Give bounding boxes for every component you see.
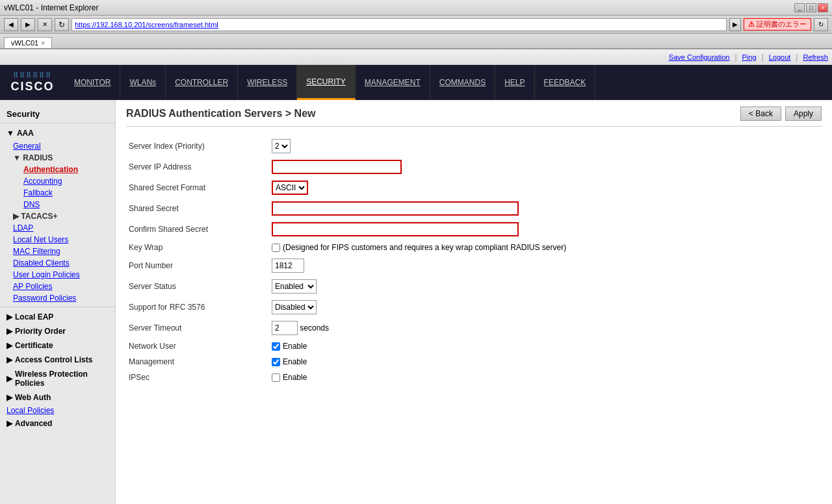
rfc3576-label: Support for RFC 3576	[126, 297, 269, 318]
cisco-header: ⠿⠿⠿⠿⠿⠿ CISCO MONITOR WLANs CONTROLLER WI…	[0, 65, 832, 100]
main-layout: Security ▼ AAA General ▼ RADIUS Authenti…	[0, 100, 832, 504]
go-btn[interactable]: ▶	[729, 18, 741, 31]
network-user-checkbox[interactable]	[272, 342, 280, 351]
rfc3576-row: Support for RFC 3576 Disabled Enabled	[126, 297, 569, 318]
back-nav-btn[interactable]: ◀	[4, 18, 18, 31]
save-config-link[interactable]: Save Configuration	[669, 53, 730, 61]
nav-monitor[interactable]: MONITOR	[65, 65, 120, 100]
sidebar-certificate-label: Certificate	[15, 341, 53, 350]
toolbar-bar: Save Configuration | Ping | Logout | Ref…	[0, 49, 832, 65]
server-status-label: Server Status	[126, 276, 269, 297]
browser-controls: _ □ ×	[794, 3, 828, 12]
nav-wireless[interactable]: WIRELESS	[238, 65, 297, 100]
sidebar-item-general[interactable]: General	[0, 140, 115, 152]
sidebar-divider	[0, 123, 115, 123]
header-buttons: < Back Apply	[740, 107, 822, 121]
priority-order-arrow-icon: ▶	[6, 327, 12, 336]
nav-commands[interactable]: COMMANDS	[430, 65, 495, 100]
sidebar-local-eap-expand[interactable]: ▶ Local EAP	[0, 310, 115, 324]
sidebar-aaa-expand[interactable]: ▼ AAA	[0, 126, 115, 140]
address-box[interactable]: https://192.168.10.201/screens/frameset.…	[72, 18, 727, 31]
sidebar-item-authentication[interactable]: Authentication	[0, 164, 115, 175]
server-timeout-unit: seconds	[300, 323, 329, 333]
rfc3576-field: Disabled Enabled	[269, 297, 569, 318]
wpp-arrow-icon: ▶	[6, 374, 12, 383]
stop-btn[interactable]: ✕	[38, 18, 52, 31]
server-status-select[interactable]: Enabled Disabled	[272, 279, 317, 294]
management-checkbox-label: Enable	[272, 357, 566, 366]
server-status-row: Server Status Enabled Disabled	[126, 276, 569, 297]
rfc3576-select[interactable]: Disabled Enabled	[272, 300, 317, 314]
nav-security[interactable]: SECURITY	[297, 65, 356, 100]
server-index-row: Server Index (Priority) 2 1 3	[126, 136, 569, 157]
apply-button[interactable]: Apply	[785, 107, 822, 121]
sidebar-priority-order-expand[interactable]: ▶ Priority Order	[0, 324, 115, 338]
sidebar-tacacs-group[interactable]: ▶ TACACS+	[0, 210, 115, 222]
sidebar-item-fallback[interactable]: Fallback	[0, 187, 115, 199]
server-timeout-input[interactable]	[272, 321, 298, 335]
server-timeout-field: seconds	[269, 318, 569, 338]
cert-error-badge: ⚠ 証明書のエラー	[744, 18, 811, 31]
server-ip-label: Server IP Address	[126, 157, 269, 177]
sidebar-item-mac-filtering[interactable]: MAC Filtering	[0, 246, 115, 257]
nav-controller[interactable]: CONTROLLER	[166, 65, 238, 100]
sidebar-acl-expand[interactable]: ▶ Access Control Lists	[0, 353, 115, 367]
network-user-checkbox-label: Enable	[272, 342, 566, 351]
sidebar-item-local-net-users[interactable]: Local Net Users	[0, 234, 115, 246]
close-btn[interactable]: ×	[818, 3, 828, 12]
refresh-btn2[interactable]: ↻	[814, 18, 828, 31]
ipsec-checkbox[interactable]	[272, 373, 280, 382]
sidebar-priority-order-label: Priority Order	[15, 327, 66, 336]
sidebar-advanced-expand[interactable]: ▶ Advanced	[0, 416, 115, 431]
sidebar-item-disabled-clients[interactable]: Disabled Clients	[0, 257, 115, 269]
port-number-input[interactable]	[272, 258, 304, 273]
server-ip-input[interactable]	[272, 160, 402, 174]
shared-secret-format-select[interactable]: ASCII Hex	[272, 181, 308, 195]
sidebar-item-local-policies[interactable]: Local Policies	[0, 405, 115, 416]
port-number-label: Port Number	[126, 255, 269, 276]
nav-help[interactable]: HELP	[495, 65, 534, 100]
sidebar-certificate-expand[interactable]: ▶ Certificate	[0, 338, 115, 353]
sidebar-web-auth-expand[interactable]: ▶ Web Auth	[0, 390, 115, 405]
back-button[interactable]: < Back	[740, 107, 781, 121]
minimize-btn[interactable]: _	[794, 3, 805, 12]
logout-link[interactable]: Logout	[769, 53, 791, 61]
confirm-shared-secret-input[interactable]	[272, 222, 519, 236]
forward-nav-btn[interactable]: ▶	[21, 18, 35, 31]
logo-text: CISCO	[10, 80, 54, 94]
browser-addressbar: ◀ ▶ ✕ ↻ https://192.168.10.201/screens/f…	[0, 16, 832, 34]
browser-titlebar: vWLC01 - Internet Explorer _ □ ×	[0, 0, 832, 16]
shared-secret-input[interactable]	[272, 201, 519, 216]
nav-wlans[interactable]: WLANs	[120, 65, 166, 100]
sidebar-radius-group[interactable]: ▼ RADIUS	[0, 152, 115, 164]
acl-arrow-icon: ▶	[6, 355, 12, 364]
server-index-field: 2 1 3	[269, 136, 569, 157]
sidebar-item-accounting[interactable]: Accounting	[0, 175, 115, 187]
tab-close-icon[interactable]: ×	[41, 40, 45, 47]
shared-secret-row: Shared Secret	[126, 198, 569, 219]
sidebar-item-ap-policies[interactable]: AP Policies	[0, 281, 115, 292]
server-timeout-row: Server Timeout seconds	[126, 318, 569, 338]
management-checkbox[interactable]	[272, 358, 280, 366]
ping-link[interactable]: Ping	[742, 53, 757, 61]
restore-btn[interactable]: □	[806, 3, 816, 12]
refresh-link[interactable]: Refresh	[803, 53, 828, 61]
aaa-arrow-icon: ▼	[6, 129, 14, 138]
advanced-arrow-icon: ▶	[6, 419, 12, 428]
sidebar-item-password-policies[interactable]: Password Policies	[0, 292, 115, 304]
cisco-logo: ⠿⠿⠿⠿⠿⠿ CISCO	[6, 71, 58, 94]
page-header: RADIUS Authentication Servers > New < Ba…	[126, 107, 822, 127]
form-table: Server Index (Priority) 2 1 3 Server IP …	[126, 136, 569, 385]
sidebar-item-user-login-policies[interactable]: User Login Policies	[0, 269, 115, 281]
sidebar-wpp-expand[interactable]: ▶ Wireless Protection Policies	[0, 367, 115, 390]
server-index-select[interactable]: 2 1 3	[272, 139, 291, 153]
sidebar-item-ldap[interactable]: LDAP	[0, 222, 115, 234]
sidebar-item-dns[interactable]: DNS	[0, 199, 115, 210]
ipsec-row: IPSec Enable	[126, 370, 569, 385]
key-wrap-checkbox[interactable]	[272, 244, 280, 252]
nav-management[interactable]: MANAGEMENT	[356, 65, 430, 100]
content-area: RADIUS Authentication Servers > New < Ba…	[116, 100, 832, 504]
browser-tab[interactable]: vWLC01 ×	[4, 37, 52, 48]
nav-feedback[interactable]: FEEDBACK	[535, 65, 596, 100]
refresh-nav-btn[interactable]: ↻	[55, 18, 69, 31]
